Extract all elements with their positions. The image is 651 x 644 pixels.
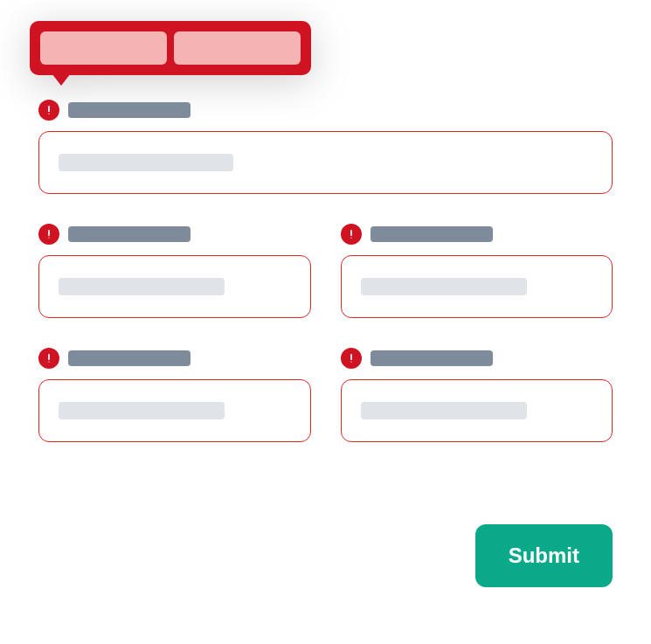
field-label-row — [38, 224, 311, 245]
field-label — [68, 350, 190, 366]
error-icon — [341, 224, 362, 245]
svg-point-1 — [48, 113, 49, 114]
submit-button[interactable]: Submit — [475, 524, 613, 587]
form-field-3 — [341, 224, 613, 318]
input-placeholder — [59, 402, 225, 419]
text-input[interactable] — [38, 379, 311, 442]
input-placeholder — [361, 278, 527, 295]
tooltip-arrow-icon — [49, 70, 73, 86]
tooltip-item — [174, 31, 301, 65]
field-label — [68, 226, 190, 242]
form-field-5 — [341, 348, 613, 442]
text-input[interactable] — [341, 379, 613, 442]
text-input[interactable] — [38, 131, 613, 194]
error-tooltip — [30, 21, 311, 75]
form-field-4 — [38, 348, 311, 442]
form-area — [38, 100, 613, 442]
error-icon — [38, 224, 59, 245]
error-tooltip-body — [30, 21, 311, 75]
field-label — [68, 102, 190, 118]
form-row — [38, 224, 613, 318]
input-placeholder — [361, 402, 527, 419]
error-icon — [341, 348, 362, 369]
field-label-row — [38, 348, 311, 369]
svg-point-5 — [350, 237, 351, 238]
text-input[interactable] — [38, 255, 311, 318]
field-label-row — [341, 224, 613, 245]
input-placeholder — [59, 154, 233, 171]
tooltip-item — [40, 31, 167, 65]
text-input[interactable] — [341, 255, 613, 318]
error-icon — [38, 348, 59, 369]
input-placeholder — [59, 278, 225, 295]
svg-point-9 — [350, 361, 351, 362]
actions-row: Submit — [475, 524, 613, 587]
error-icon — [38, 100, 59, 121]
form-field-1 — [38, 100, 613, 194]
field-label — [371, 350, 493, 366]
form-canvas: Submit — [0, 0, 651, 644]
svg-point-3 — [48, 237, 49, 238]
form-row — [38, 348, 613, 442]
field-label-row — [38, 100, 613, 121]
field-label — [371, 226, 493, 242]
field-label-row — [341, 348, 613, 369]
svg-point-7 — [48, 361, 49, 362]
form-field-2 — [38, 224, 311, 318]
